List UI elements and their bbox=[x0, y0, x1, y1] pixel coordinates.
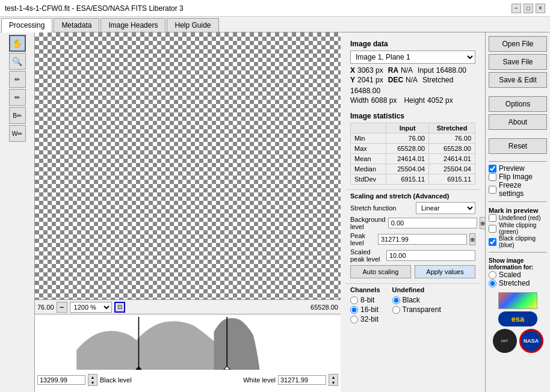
undefined-black-radio[interactable] bbox=[392, 296, 400, 304]
eyedropper2-tool[interactable]: ✏ bbox=[9, 89, 26, 106]
freeze-checkbox[interactable] bbox=[489, 186, 496, 194]
white-level-up[interactable]: ▲ bbox=[329, 375, 338, 380]
tab-bar: Processing Metadata Image Headers Help G… bbox=[0, 17, 550, 32]
white-clipping-checkbox[interactable] bbox=[489, 225, 496, 233]
stat-stddev-label: StdDev bbox=[351, 174, 386, 185]
peak-level-input[interactable]: 31271.99 bbox=[378, 234, 467, 245]
options-btn[interactable]: Options bbox=[489, 96, 547, 112]
undefined-red-checkbox[interactable] bbox=[489, 214, 496, 222]
white-level-down[interactable]: ▼ bbox=[329, 380, 338, 385]
black-clipping-checkbox[interactable] bbox=[489, 238, 496, 246]
undefined-black-row: Black bbox=[392, 296, 441, 304]
preview-checkbox[interactable] bbox=[489, 165, 496, 173]
undefined-red-label: Undefined (red) bbox=[499, 215, 540, 221]
stat-max-stretched: 65528.00 bbox=[429, 144, 475, 154]
open-file-btn[interactable]: Open File bbox=[489, 36, 547, 52]
image-statistics-section: Image statistics Input Stretched Min 76.… bbox=[345, 109, 480, 187]
image-data-title: Image data bbox=[350, 40, 475, 48]
freeze-label: Freeze settings bbox=[499, 181, 547, 198]
input-label: Input bbox=[418, 66, 434, 75]
scaling-section: Scaling and stretch (Advanced) Stretch f… bbox=[345, 189, 480, 281]
input-value: 16488.00 bbox=[436, 66, 466, 75]
flip-checkbox[interactable] bbox=[489, 173, 496, 181]
channel-8bit-radio[interactable] bbox=[350, 296, 358, 304]
stat-min-stretched: 76.00 bbox=[429, 133, 475, 144]
preview-thumbnail bbox=[498, 292, 537, 309]
scaling-title: Scaling and stretch (Advanced) bbox=[350, 192, 475, 200]
black-level-down[interactable]: ▼ bbox=[88, 380, 97, 385]
black-level-input[interactable]: 13299.99 bbox=[37, 375, 85, 385]
scaled-peak-input[interactable]: 10.00 bbox=[386, 250, 475, 261]
channel-8bit-label: 8-bit bbox=[360, 296, 374, 304]
whitepoint-tool[interactable]: W✏ bbox=[9, 125, 26, 142]
stat-median-label: Median bbox=[351, 164, 386, 174]
save-file-btn[interactable]: Save File bbox=[489, 54, 547, 70]
about-btn[interactable]: About bbox=[489, 114, 547, 130]
dec-label: DEC bbox=[388, 76, 403, 84]
image-plane-select[interactable]: Image 1, Plane 1 bbox=[350, 51, 475, 64]
stretch-function-select[interactable]: Linear Log Sqrt bbox=[416, 202, 475, 214]
stat-row-stddev: StdDev 6915.11 6915.11 bbox=[351, 174, 475, 185]
scaled-label: Scaled bbox=[499, 271, 521, 279]
bg-level-label: Background level bbox=[350, 216, 386, 230]
height-value: 4052 px bbox=[427, 96, 453, 105]
black-level-up[interactable]: ▲ bbox=[88, 375, 97, 380]
reset-btn[interactable]: Reset bbox=[489, 138, 547, 154]
zoom-out-btn[interactable]: − bbox=[57, 302, 67, 313]
btn-sidebar: Open File Save File Save & Edit Options … bbox=[485, 32, 550, 392]
tab-processing[interactable]: Processing bbox=[1, 18, 52, 32]
logo-area: esa HST NASA bbox=[489, 292, 547, 353]
y-value: 2041 px bbox=[357, 76, 383, 84]
width-value: 6088 px bbox=[371, 96, 397, 105]
apply-values-btn[interactable]: Apply values bbox=[415, 265, 475, 278]
channel-16bit-radio[interactable] bbox=[350, 306, 358, 314]
peak-level-pick-btn[interactable]: ⊕ bbox=[469, 233, 475, 245]
canvas-footer: 76.00 − 1200 % 100 % 200 % 400 % 800 % ⊡… bbox=[35, 299, 341, 314]
stretched-label: Stretched bbox=[499, 279, 530, 287]
zoom-select[interactable]: 1200 % 100 % 200 % 400 % 800 % bbox=[70, 302, 112, 313]
scaled-radio[interactable] bbox=[489, 271, 496, 279]
stat-min-input: 76.00 bbox=[386, 133, 429, 144]
window-controls: − □ × bbox=[511, 4, 545, 13]
close-btn[interactable]: × bbox=[536, 4, 545, 13]
zoom-tool[interactable]: 🔍 bbox=[9, 53, 26, 70]
tab-metadata[interactable]: Metadata bbox=[54, 18, 99, 32]
channel-32bit-row: 32-bit bbox=[350, 315, 380, 323]
maximize-btn[interactable]: □ bbox=[524, 4, 533, 13]
histogram-area: 13299.99 ▲ ▼ Black level White level 312… bbox=[35, 314, 341, 392]
minimize-btn[interactable]: − bbox=[511, 4, 521, 13]
channel-32bit-radio[interactable] bbox=[350, 316, 358, 323]
tab-image-headers[interactable]: Image Headers bbox=[100, 18, 165, 32]
save-edit-btn[interactable]: Save & Edit bbox=[489, 72, 547, 88]
x-value: 3063 px bbox=[357, 66, 383, 75]
pan-tool[interactable]: ✋ bbox=[9, 35, 26, 52]
stats-col-stretched: Stretched bbox=[429, 123, 475, 133]
tab-help-guide[interactable]: Help Guide bbox=[167, 18, 218, 32]
flip-label: Flip Image bbox=[499, 173, 533, 181]
black-clipping-label: Black clipping (blue) bbox=[499, 235, 547, 248]
stat-mean-stretched: 24614.01 bbox=[429, 154, 475, 164]
stretched-value: 16488.00 bbox=[350, 87, 380, 95]
peak-level-row: Peak level 31271.99 ⊕ bbox=[350, 232, 475, 247]
undefined-col: Undefined Black Transparent bbox=[392, 286, 441, 323]
auto-scaling-btn[interactable]: Auto scaling bbox=[350, 265, 411, 278]
zoom-fit-btn[interactable]: ⊡ bbox=[114, 302, 125, 313]
width-label: Width bbox=[350, 96, 369, 105]
stretched-radio[interactable] bbox=[489, 280, 496, 287]
stat-row-mean: Mean 24614.01 24614.01 bbox=[351, 154, 475, 164]
logo-row bbox=[498, 292, 537, 309]
nasa-logo: NASA bbox=[519, 329, 543, 353]
bg-level-pick-btn[interactable]: ⊕ bbox=[480, 217, 485, 229]
peak-level-label: Peak level bbox=[350, 232, 375, 247]
eyedropper1-tool[interactable]: ✏ bbox=[9, 71, 26, 88]
blackpoint-tool[interactable]: B✏ bbox=[9, 107, 26, 124]
stretch-function-label: Stretch function bbox=[350, 204, 413, 212]
preview-checkbox-row: Preview bbox=[489, 164, 547, 173]
bg-level-row: Background level 0.00 ⊕ bbox=[350, 216, 475, 230]
preview-label: Preview bbox=[499, 164, 525, 173]
white-level-input[interactable]: 31271.99 bbox=[278, 375, 326, 385]
stat-row-min: Min 76.00 76.00 bbox=[351, 133, 475, 144]
undefined-transparent-radio[interactable] bbox=[392, 306, 400, 314]
bg-level-input[interactable]: 0.00 bbox=[388, 218, 477, 228]
stat-mean-input: 24614.01 bbox=[386, 154, 429, 164]
